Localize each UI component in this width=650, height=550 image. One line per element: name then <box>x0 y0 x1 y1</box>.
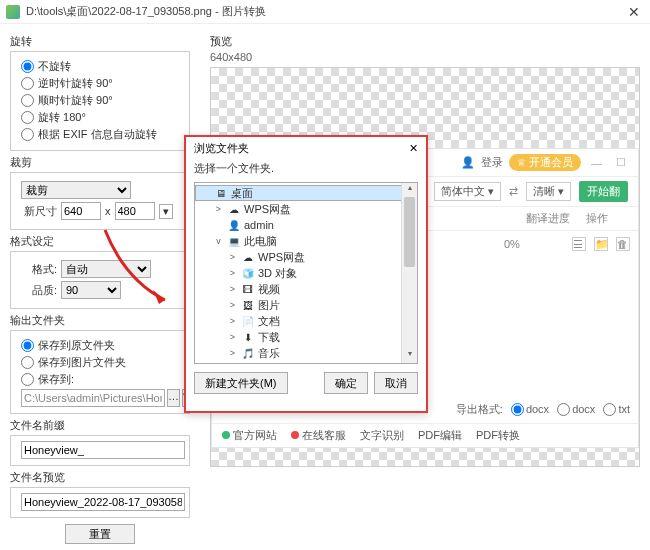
tree-item[interactable]: >☁WPS网盘 <box>195 201 417 217</box>
expand-icon[interactable]: v <box>213 236 224 246</box>
tree-label: 图片 <box>258 298 280 313</box>
expand-icon[interactable]: > <box>227 252 238 262</box>
size-dropdown-icon[interactable]: ▾ <box>159 204 173 219</box>
expand-icon[interactable]: > <box>213 204 224 214</box>
folder-icon: 🖼 <box>241 299 255 311</box>
tree-item[interactable]: >🎞视频 <box>195 281 417 297</box>
crop-width-input[interactable] <box>61 202 101 220</box>
new-folder-button[interactable]: 新建文件夹(M) <box>194 372 288 394</box>
tree-label: 下载 <box>258 330 280 345</box>
clarity-select[interactable]: 清晰 ▾ <box>526 182 571 201</box>
app-icon <box>6 5 20 19</box>
folder-icon: ☁ <box>241 251 255 263</box>
user-icon: 👤 <box>461 156 475 169</box>
op-icon-2[interactable]: 📁 <box>594 237 608 251</box>
tree-item[interactable]: >🧊3D 对象 <box>195 265 417 281</box>
max-icon[interactable]: ☐ <box>612 156 630 169</box>
expand-icon[interactable]: > <box>227 300 238 310</box>
expand-icon[interactable]: > <box>227 316 238 326</box>
tab-pdfedit[interactable]: PDF编辑 <box>418 428 462 443</box>
export-label: 导出格式: <box>456 402 503 417</box>
tab-site[interactable]: 官方网站 <box>222 428 277 443</box>
rotate-ccw90-radio[interactable] <box>21 77 34 90</box>
tab-support[interactable]: 在线客服 <box>291 428 346 443</box>
folder-icon: ☁ <box>227 203 241 215</box>
scroll-down-icon[interactable]: ▾ <box>402 349 417 363</box>
folder-icon: 🧊 <box>241 267 255 279</box>
rotate-exif-radio[interactable] <box>21 128 34 141</box>
prefix-title: 文件名前缀 <box>10 418 190 433</box>
tree-item[interactable]: >☁WPS网盘 <box>195 249 417 265</box>
vip-button[interactable]: ♕ 开通会员 <box>509 154 581 171</box>
tree-item[interactable]: >🖥桌面 <box>195 361 417 364</box>
tab-ocr[interactable]: 文字识别 <box>360 428 404 443</box>
save-to-radio[interactable] <box>21 373 34 386</box>
tree-label: 文档 <box>258 314 280 329</box>
folder-icon: 📄 <box>241 315 255 327</box>
rotate-none-radio[interactable] <box>21 60 34 73</box>
preview-label: 预览 <box>210 34 640 49</box>
tree-item[interactable]: 🖥桌面 <box>195 185 417 201</box>
tree-label: WPS网盘 <box>258 250 305 265</box>
format-select[interactable]: 自动 <box>61 260 151 278</box>
tree-item[interactable]: >📄文档 <box>195 313 417 329</box>
swap-icon[interactable]: ⇄ <box>509 185 518 198</box>
ok-button[interactable]: 确定 <box>324 372 368 394</box>
crop-height-input[interactable] <box>115 202 155 220</box>
crop-title: 裁剪 <box>10 155 190 170</box>
folder-icon: ⬇ <box>241 331 255 343</box>
op-icon-3[interactable]: 🗑 <box>616 237 630 251</box>
quality-select[interactable]: 90 <box>61 281 121 299</box>
tree-label: 3D 对象 <box>258 266 297 281</box>
fmt-docx2-radio[interactable] <box>557 403 570 416</box>
preview-fn-title: 文件名预览 <box>10 470 190 485</box>
scroll-up-icon[interactable]: ▴ <box>402 183 417 197</box>
scroll-thumb[interactable] <box>404 197 415 267</box>
preview-fn-input[interactable] <box>21 493 185 511</box>
rotate-cw90-radio[interactable] <box>21 94 34 107</box>
close-icon[interactable]: ✕ <box>624 4 644 20</box>
dialog-title: 浏览文件夹 <box>194 141 249 156</box>
settings-panel: 旋转 不旋转 逆时针旋转 90° 顺时针旋转 90° 旋转 180° 根据 EX… <box>0 24 200 550</box>
tree-item[interactable]: 👤admin <box>195 217 417 233</box>
browse-button[interactable]: … <box>167 389 180 407</box>
folder-icon: 🖥 <box>214 187 228 199</box>
save-path-input[interactable] <box>21 389 165 407</box>
tree-item[interactable]: v💻此电脑 <box>195 233 417 249</box>
tree-label: 桌面 <box>258 362 280 365</box>
col-progress: 翻译进度 <box>518 207 578 230</box>
reset-button[interactable]: 重置 <box>65 524 135 544</box>
dialog-close-icon[interactable]: ✕ <box>409 142 418 155</box>
tree-label: admin <box>244 219 274 231</box>
expand-icon[interactable]: > <box>227 332 238 342</box>
op-icon-1[interactable]: ☰ <box>572 237 586 251</box>
preview-dim: 640x480 <box>210 51 640 63</box>
start-button[interactable]: 开始翻 <box>579 181 628 202</box>
prefix-input[interactable] <box>21 441 185 459</box>
min-icon[interactable]: — <box>587 157 606 169</box>
tree-label: 此电脑 <box>244 234 277 249</box>
save-orig-radio[interactable] <box>21 339 34 352</box>
crop-mode-select[interactable]: 裁剪 <box>21 181 131 199</box>
output-title: 输出文件夹 <box>10 313 190 328</box>
login-link[interactable]: 登录 <box>481 155 503 170</box>
expand-icon[interactable]: > <box>227 268 238 278</box>
tree-label: WPS网盘 <box>244 202 291 217</box>
tree-item[interactable]: >🎵音乐 <box>195 345 417 361</box>
rotate-180-radio[interactable] <box>21 111 34 124</box>
tree-item[interactable]: >⬇下载 <box>195 329 417 345</box>
expand-icon[interactable]: > <box>227 284 238 294</box>
cancel-button[interactable]: 取消 <box>374 372 418 394</box>
fmt-docx-radio[interactable] <box>511 403 524 416</box>
tree-item[interactable]: >🖼图片 <box>195 297 417 313</box>
folder-icon: 🎞 <box>241 283 255 295</box>
col-op: 操作 <box>578 207 638 230</box>
fmt-txt-radio[interactable] <box>603 403 616 416</box>
tree-scrollbar[interactable]: ▴ ▾ <box>401 183 417 363</box>
save-pic-radio[interactable] <box>21 356 34 369</box>
folder-icon: 🎵 <box>241 347 255 359</box>
tab-pdfconv[interactable]: PDF转换 <box>476 428 520 443</box>
lang-select[interactable]: 简体中文 ▾ <box>434 182 501 201</box>
folder-tree[interactable]: 🖥桌面>☁WPS网盘👤adminv💻此电脑>☁WPS网盘>🧊3D 对象>🎞视频>… <box>194 182 418 364</box>
expand-icon[interactable]: > <box>227 348 238 358</box>
